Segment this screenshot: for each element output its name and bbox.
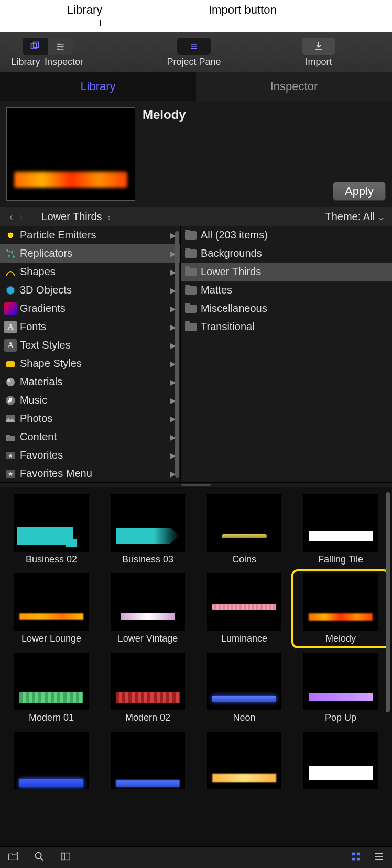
scrollbar[interactable]	[175, 231, 179, 478]
preset-thumbnail	[14, 653, 89, 710]
preset-item[interactable]: Melody	[293, 571, 388, 646]
annotation-callouts: Library Import button	[0, 0, 392, 32]
library-toggle-button[interactable]	[23, 38, 48, 55]
subfolder-row[interactable]: Mattes	[181, 281, 392, 299]
list-lines-icon	[373, 851, 385, 862]
preset-item[interactable]: Neon	[197, 650, 291, 725]
preset-item[interactable]	[197, 730, 291, 794]
subfolder-label: Lower Thirds	[201, 266, 261, 278]
category-row[interactable]: Shapes▶	[0, 263, 180, 281]
category-row[interactable]: Gradients▶	[0, 299, 180, 318]
callout-bracket	[37, 20, 101, 26]
folder-icon	[185, 305, 197, 313]
svg-point-5	[58, 43, 60, 45]
preset-thumbnail	[207, 494, 281, 552]
preset-item[interactable]: Modern 02	[101, 650, 195, 725]
category-row[interactable]: AText Styles▶	[0, 336, 180, 354]
preset-thumbnail	[111, 573, 185, 631]
preset-item[interactable]: Modern 01	[4, 650, 99, 725]
preset-label: Modern 02	[125, 712, 170, 723]
category-label: Fonts	[20, 321, 46, 333]
svg-line-16	[12, 252, 14, 257]
category-list[interactable]: ☀Particle Emitters▶Replicators▶Shapes▶3D…	[0, 226, 180, 482]
subfolder-row[interactable]: Miscellaneous	[181, 299, 392, 318]
grid-view-button[interactable]	[350, 851, 362, 864]
import-label: Import	[305, 57, 332, 68]
preset-item[interactable]: Business 02	[4, 492, 99, 567]
category-row[interactable]: Music▶	[0, 391, 180, 409]
preset-label: Melody	[325, 633, 356, 644]
svg-point-18	[6, 378, 15, 386]
category-row[interactable]: AFonts▶	[0, 318, 180, 336]
subfolder-label: Transitional	[201, 321, 255, 333]
toolbar-group-project: Project Pane	[167, 38, 221, 68]
subfolder-row[interactable]: Backgrounds	[181, 244, 392, 263]
category-row[interactable]: Photos▶	[0, 409, 180, 428]
category-row[interactable]: 3D Objects▶	[0, 281, 180, 299]
tab-inspector[interactable]: Inspector	[196, 72, 392, 101]
svg-line-15	[7, 251, 12, 252]
chevron-updown-icon: ↕	[105, 213, 111, 222]
list-view-button[interactable]	[373, 851, 385, 864]
bottom-toolbar	[0, 846, 392, 868]
import-button[interactable]	[302, 38, 335, 55]
preset-item[interactable]: Coins	[197, 492, 291, 567]
preset-item[interactable]: Lower Vintage	[101, 571, 195, 646]
new-folder-button[interactable]	[7, 851, 19, 864]
category-label: Content	[20, 431, 57, 443]
preset-item[interactable]: Pop Up	[293, 650, 388, 725]
category-row[interactable]: Favorites▶	[0, 446, 180, 464]
subfolder-list[interactable]: All (203 items)BackgroundsLower ThirdsMa…	[180, 226, 392, 482]
preset-item[interactable]: Luminance	[197, 571, 291, 646]
preset-label: Pop Up	[325, 712, 356, 723]
library-icon	[30, 41, 40, 51]
toolbar: Library Inspector Project Pane Import	[0, 32, 392, 72]
svg-point-13	[8, 255, 10, 257]
preset-thumbnail	[14, 494, 89, 552]
tab-library[interactable]: Library	[0, 72, 196, 101]
svg-point-26	[36, 852, 41, 858]
nav-forward-button[interactable]: ›	[16, 211, 26, 223]
pane-resize-handle[interactable]	[0, 483, 392, 487]
preset-item[interactable]	[101, 730, 195, 794]
preset-grid[interactable]: Business 02Business 03CoinsFalling TileL…	[0, 487, 392, 846]
svg-point-6	[61, 46, 62, 47]
subfolder-row[interactable]: Transitional	[181, 318, 392, 336]
apply-button[interactable]: Apply	[333, 182, 386, 201]
nav-back-button[interactable]: ‹	[6, 211, 16, 223]
svg-rect-32	[352, 857, 355, 860]
category-row[interactable]: ☀Particle Emitters▶	[0, 226, 180, 244]
preset-item[interactable]: Business 03	[101, 492, 195, 567]
preset-item[interactable]	[4, 730, 99, 794]
category-browser: ☀Particle Emitters▶Replicators▶Shapes▶3D…	[0, 226, 392, 483]
inspector-toggle-button[interactable]	[48, 38, 73, 55]
preset-label: Neon	[233, 712, 255, 723]
library-label: Library	[9, 57, 42, 68]
preset-item[interactable]	[293, 730, 388, 794]
category-row[interactable]: Replicators▶	[0, 244, 180, 263]
category-label: Shape Styles	[20, 357, 82, 370]
scrollbar[interactable]	[386, 492, 390, 712]
project-pane-button[interactable]	[177, 38, 211, 55]
folder-icon	[185, 249, 197, 258]
category-label: Music	[20, 394, 47, 406]
subfolder-row[interactable]: All (203 items)	[181, 226, 392, 244]
window-button[interactable]	[60, 851, 71, 864]
subfolder-row[interactable]: Lower Thirds	[181, 263, 392, 281]
preset-label: Lower Lounge	[21, 633, 81, 644]
search-button[interactable]	[34, 851, 45, 864]
category-row[interactable]: Shape Styles▶	[0, 354, 180, 373]
svg-rect-29	[61, 853, 64, 860]
category-row[interactable]: Content▶	[0, 428, 180, 446]
category-row[interactable]: Materials▶	[0, 373, 180, 391]
project-pane-label: Project Pane	[167, 57, 221, 68]
category-row[interactable]: Favorites Menu▶	[0, 464, 180, 482]
category-label: Shapes	[20, 266, 56, 278]
preset-item[interactable]: Lower Lounge	[4, 571, 99, 646]
preset-thumbnail	[207, 653, 281, 710]
preset-label: Lower Vintage	[118, 633, 178, 644]
theme-dropdown[interactable]: Theme: All⌄	[325, 210, 386, 223]
preview-thumbnail	[6, 107, 135, 201]
breadcrumb[interactable]: Lower Thirds ↕	[41, 211, 111, 223]
preset-item[interactable]: Falling Tile	[293, 492, 388, 567]
